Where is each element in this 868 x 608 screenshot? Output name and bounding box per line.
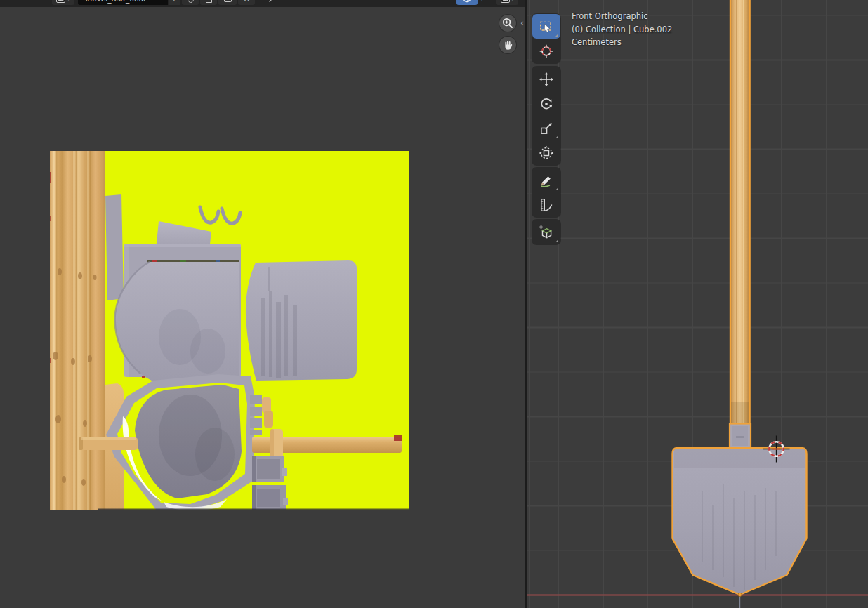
- zoom-icon: [501, 17, 514, 29]
- z-axis-line: [739, 597, 741, 608]
- image-editor-header: ▾ shovel_text_final 2: [0, 0, 525, 7]
- hand-icon: [501, 39, 514, 51]
- zoom-button[interactable]: [499, 15, 516, 32]
- pin-button[interactable]: [263, 0, 281, 5]
- shield-icon: [188, 0, 194, 3]
- blender-window: ‹ ▾ shovel_text_final 2: [0, 0, 868, 608]
- image-pin-datablock-button[interactable]: ▾: [496, 0, 518, 5]
- cursor-tool-icon: [539, 44, 554, 59]
- image-editor-area[interactable]: ‹ ▾ shovel_text_final 2: [0, 0, 525, 608]
- new-image-icon: [206, 0, 212, 3]
- scene-shovel: [527, 0, 868, 608]
- breadcrumb: (0) Collection | Cube.002: [572, 23, 672, 37]
- image-name-field[interactable]: shovel_text_final: [78, 0, 168, 5]
- tool-measure[interactable]: [532, 192, 560, 217]
- tool-add-cube[interactable]: [532, 220, 560, 244]
- shovel-blade[interactable]: [673, 448, 807, 595]
- move-icon: [539, 72, 554, 87]
- rotate-icon: [539, 96, 554, 112]
- shovel-handle[interactable]: [730, 0, 751, 425]
- tool-transform[interactable]: [532, 140, 560, 165]
- new-image-button[interactable]: [200, 0, 217, 5]
- tool-move[interactable]: [532, 67, 560, 91]
- texture-metal-strip: [105, 194, 124, 300]
- x-icon: ×: [243, 0, 250, 4]
- texture-wood-knob-1: [262, 397, 271, 413]
- texture-left-stick: [79, 437, 138, 450]
- submenu-triangle: [555, 136, 558, 138]
- texture-image-shovel: [50, 151, 409, 510]
- annotate-pencil-icon: [539, 173, 554, 188]
- submenu-triangle: [555, 239, 558, 242]
- tool-scale[interactable]: [532, 116, 560, 140]
- tool-rotate[interactable]: [532, 91, 560, 116]
- unlink-button[interactable]: ×: [238, 0, 255, 5]
- tool-select-box[interactable]: [532, 14, 560, 39]
- toolbar-group-annotate: [532, 168, 560, 217]
- color-channel-icon: [463, 0, 471, 3]
- display-channels-button[interactable]: [456, 0, 478, 5]
- toolbar-group-add: [532, 220, 560, 244]
- texture-front-blade: [115, 262, 239, 383]
- texture-wood-knob-2: [264, 411, 273, 428]
- shovel-socket[interactable]: [730, 424, 751, 449]
- image-icon: [501, 0, 510, 3]
- viewport-overlay-text: Front Orthographic (0) Collection | Cube…: [572, 10, 672, 49]
- object-origin-dot: [738, 593, 742, 596]
- toolbar-group-transform: [532, 67, 560, 165]
- viewport-3d[interactable]: Front Orthographic (0) Collection | Cube…: [527, 0, 868, 608]
- image-icon: [56, 0, 65, 3]
- submenu-triangle: [555, 34, 558, 37]
- units-label: Centimeters: [572, 36, 672, 49]
- dropdown-caret: ▾: [511, 0, 514, 2]
- image-name-text: shovel_text_final: [84, 0, 145, 3]
- image-datablock-menu-button[interactable]: ▾: [52, 0, 74, 5]
- tool-annotate[interactable]: [532, 168, 560, 192]
- pin-icon: [268, 0, 276, 3]
- transform-icon: [539, 145, 554, 161]
- measure-icon: [539, 197, 554, 213]
- pan-button[interactable]: [499, 37, 516, 53]
- users-count-badge[interactable]: 2: [169, 0, 180, 5]
- scale-icon: [539, 121, 554, 136]
- texture-bottom-edge: [98, 509, 409, 511]
- view-name-label: Front Orthographic: [572, 10, 672, 23]
- texture-right-square: [246, 260, 357, 381]
- toolbar-group-select: [532, 14, 560, 63]
- tool-cursor[interactable]: [532, 39, 560, 63]
- fake-user-button[interactable]: [182, 0, 199, 5]
- browse-image-button[interactable]: [218, 0, 237, 5]
- select-box-icon: [539, 19, 554, 34]
- submenu-triangle: [555, 187, 558, 190]
- dropdown-caret: ▾: [480, 0, 483, 2]
- browse-icon: [224, 0, 232, 2]
- dropdown-caret: ▾: [67, 0, 70, 2]
- add-cube-icon: [539, 225, 554, 240]
